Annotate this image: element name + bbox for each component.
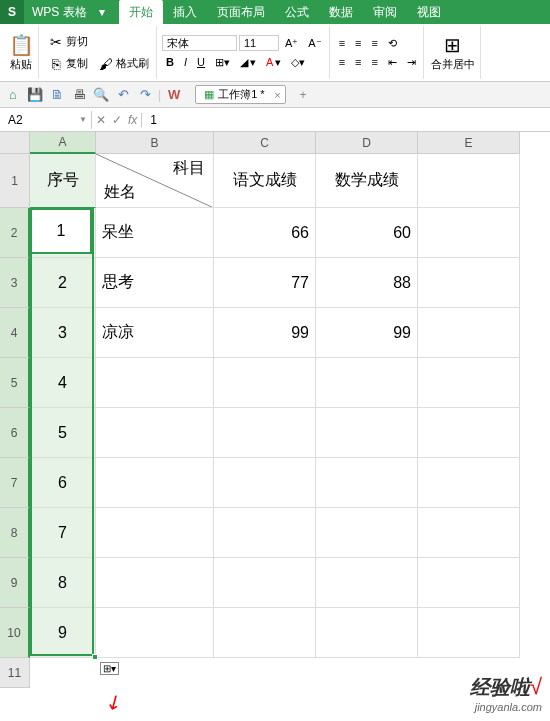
row-header-4[interactable]: 4 — [0, 308, 30, 358]
cell-A9[interactable]: 8 — [30, 558, 96, 608]
tab-data[interactable]: 数据 — [319, 0, 363, 25]
col-header-B[interactable]: B — [96, 132, 214, 154]
formula-input[interactable]: 1 — [142, 111, 550, 129]
underline-button[interactable]: U — [193, 54, 209, 70]
cell-B7[interactable] — [96, 458, 214, 508]
cell-A3[interactable]: 2 — [30, 258, 96, 308]
cell-E4[interactable] — [418, 308, 520, 358]
bold-button[interactable]: B — [162, 54, 178, 70]
cell-B9[interactable] — [96, 558, 214, 608]
save-icon[interactable]: 💾 — [26, 86, 44, 104]
cell-C9[interactable] — [214, 558, 316, 608]
cell-D3[interactable]: 88 — [316, 258, 418, 308]
cell-C3[interactable]: 77 — [214, 258, 316, 308]
fill-color-button[interactable]: ◢▾ — [236, 54, 260, 71]
cell-B5[interactable] — [96, 358, 214, 408]
fill-handle[interactable] — [92, 654, 98, 660]
cell-D5[interactable] — [316, 358, 418, 408]
cell-C4[interactable]: 99 — [214, 308, 316, 358]
row-header-6[interactable]: 6 — [0, 408, 30, 458]
home-icon[interactable]: ⌂ — [4, 86, 22, 104]
app-menu-dropdown[interactable]: ▾ — [95, 5, 109, 19]
wps-logo-icon[interactable]: W — [165, 86, 183, 104]
document-tab[interactable]: ▦ 工作簿1 * × — [195, 85, 285, 104]
cell-D2[interactable]: 60 — [316, 208, 418, 258]
cell-A6[interactable]: 5 — [30, 408, 96, 458]
select-all-corner[interactable] — [0, 132, 30, 154]
print-icon[interactable]: 🖶 — [70, 86, 88, 104]
undo-icon[interactable]: ↶ — [114, 86, 132, 104]
cell-A1[interactable]: 序号 — [30, 154, 96, 208]
tab-insert[interactable]: 插入 — [163, 0, 207, 25]
border-button[interactable]: ⊞▾ — [211, 54, 234, 71]
cell-D6[interactable] — [316, 408, 418, 458]
align-left-button[interactable]: ≡ — [335, 54, 349, 70]
row-header-1[interactable]: 1 — [0, 154, 30, 208]
cell-D9[interactable] — [316, 558, 418, 608]
row-header-10[interactable]: 10 — [0, 608, 30, 658]
cell-B8[interactable] — [96, 508, 214, 558]
col-header-E[interactable]: E — [418, 132, 520, 154]
cell-A7[interactable]: 6 — [30, 458, 96, 508]
redo-icon[interactable]: ↷ — [136, 86, 154, 104]
cell-E3[interactable] — [418, 258, 520, 308]
cell-B10[interactable] — [96, 608, 214, 658]
col-header-D[interactable]: D — [316, 132, 418, 154]
cell-A5[interactable]: 4 — [30, 358, 96, 408]
font-name-select[interactable] — [162, 35, 237, 51]
cell-E10[interactable] — [418, 608, 520, 658]
fx-icon[interactable]: fx — [128, 113, 137, 127]
row-header-11[interactable]: 11 — [0, 658, 30, 688]
cell-B6[interactable] — [96, 408, 214, 458]
italic-button[interactable]: I — [180, 54, 191, 70]
cell-D7[interactable] — [316, 458, 418, 508]
cells-container[interactable]: 序号科目姓名语文成绩数学成绩1呆坐66602思考77883凉凉999945678… — [30, 154, 520, 688]
increase-font-button[interactable]: A⁺ — [281, 35, 302, 52]
cell-D1[interactable]: 数学成绩 — [316, 154, 418, 208]
cell-A4[interactable]: 3 — [30, 308, 96, 358]
cell-B2[interactable]: 呆坐 — [96, 208, 214, 258]
align-bottom-button[interactable]: ≡ — [368, 35, 382, 51]
cell-C1[interactable]: 语文成绩 — [214, 154, 316, 208]
cell-E7[interactable] — [418, 458, 520, 508]
col-header-A[interactable]: A — [30, 132, 96, 154]
cell-E2[interactable] — [418, 208, 520, 258]
cell-C7[interactable] — [214, 458, 316, 508]
cell-E9[interactable] — [418, 558, 520, 608]
format-painter-button[interactable]: 🖌格式刷 — [94, 54, 153, 74]
name-box-dropdown-icon[interactable]: ▼ — [79, 115, 87, 124]
cell-D10[interactable] — [316, 608, 418, 658]
save-as-icon[interactable]: 🗎 — [48, 86, 66, 104]
align-center-button[interactable]: ≡ — [351, 54, 365, 70]
align-top-button[interactable]: ≡ — [335, 35, 349, 51]
cell-D8[interactable] — [316, 508, 418, 558]
cut-button[interactable]: ✂剪切 — [44, 32, 153, 52]
font-color-button[interactable]: A▾ — [262, 54, 285, 71]
copy-button[interactable]: ⎘复制 — [44, 54, 92, 74]
cell-A10[interactable]: 9 — [30, 608, 96, 658]
row-header-8[interactable]: 8 — [0, 508, 30, 558]
accept-formula-icon[interactable]: ✓ — [112, 113, 122, 127]
row-header-9[interactable]: 9 — [0, 558, 30, 608]
tab-home[interactable]: 开始 — [119, 0, 163, 25]
align-middle-button[interactable]: ≡ — [351, 35, 365, 51]
cell-A2[interactable]: 1 — [30, 208, 96, 258]
print-preview-icon[interactable]: 🔍 — [92, 86, 110, 104]
cell-E5[interactable] — [418, 358, 520, 408]
tab-review[interactable]: 审阅 — [363, 0, 407, 25]
tab-view[interactable]: 视图 — [407, 0, 451, 25]
cell-E1[interactable] — [418, 154, 520, 208]
tab-page-layout[interactable]: 页面布局 — [207, 0, 275, 25]
cell-E8[interactable] — [418, 508, 520, 558]
row-header-5[interactable]: 5 — [0, 358, 30, 408]
clear-format-button[interactable]: ◇▾ — [287, 54, 309, 71]
name-box[interactable]: A2 ▼ — [0, 111, 92, 129]
cell-C6[interactable] — [214, 408, 316, 458]
indent-increase-button[interactable]: ⇥ — [403, 54, 420, 71]
row-header-7[interactable]: 7 — [0, 458, 30, 508]
cell-E6[interactable] — [418, 408, 520, 458]
align-right-button[interactable]: ≡ — [368, 54, 382, 70]
orientation-button[interactable]: ⟲ — [384, 35, 401, 52]
merge-center-button[interactable]: ⊞ 合并居中 — [429, 31, 477, 74]
cancel-formula-icon[interactable]: ✕ — [96, 113, 106, 127]
